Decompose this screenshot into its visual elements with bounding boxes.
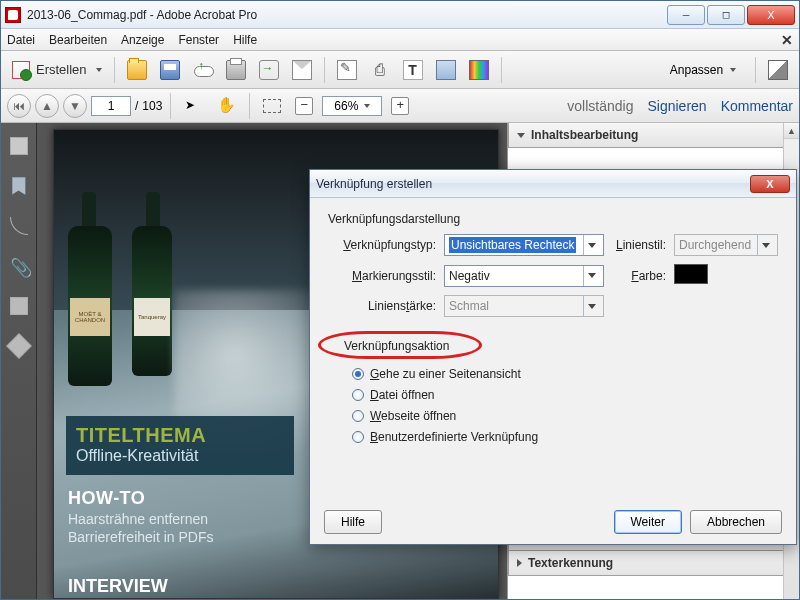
print-button[interactable] [221,56,251,84]
chevron-down-icon [96,68,102,72]
marquee-zoom-button[interactable] [258,92,286,120]
howto-heading: HOW-TO [68,488,214,509]
menu-edit[interactable]: Bearbeiten [49,33,107,47]
chevron-down-icon [583,296,599,316]
customize-button[interactable]: Anpassen [658,56,748,84]
image-icon [436,60,456,80]
fullpage-link[interactable]: vollständig [567,98,633,114]
howto-line: Haarsträhne entfernen [68,511,214,527]
menu-file[interactable]: Datei [7,33,35,47]
fullscreen-button[interactable] [763,56,793,84]
acrobat-icon [5,7,21,23]
line-style-label: Linienstil: [612,238,666,252]
chevron-down-icon [364,104,370,108]
toolbar-nav: ⏮ ▲ ▼ / 103 ➤ ✋ − 66% + vollständig Sign… [1,89,799,123]
highlight-style-label: Markierungsstil: [332,269,436,283]
text-tool-button[interactable]: T [398,56,428,84]
next-page-button[interactable]: ▼ [63,94,87,118]
hand-icon: ✋ [216,96,236,116]
chevron-down-icon [757,235,773,255]
zoom-field[interactable]: 66% [322,96,382,116]
next-button[interactable]: Weiter [614,510,682,534]
marquee-icon [263,99,281,113]
line-thickness-select: Schmal [444,295,604,317]
color-swatch[interactable] [674,264,708,284]
edit-text-button[interactable] [332,56,362,84]
color-button[interactable] [464,56,494,84]
mail-icon [292,60,312,80]
window-close-button[interactable]: X [747,5,795,25]
link-type-select[interactable]: Unsichtbares Rechteck [444,234,604,256]
share-icon [259,60,279,80]
export-button[interactable]: ⎙ [365,56,395,84]
share-button[interactable] [254,56,284,84]
prev-page-button[interactable]: ▲ [35,94,59,118]
chevron-down-icon [517,133,525,138]
layers-icon[interactable] [10,297,28,315]
create-pdf-icon [12,61,30,79]
highlight-ellipse-icon [318,331,482,359]
option-goto-page[interactable]: Gehe zu einer Seitenansicht [352,367,780,381]
titelthema-sub: Offline-Kreativität [76,447,284,465]
bookmark-icon[interactable] [12,177,26,195]
option-open-web[interactable]: Webseite öffnen [352,409,780,423]
email-button[interactable] [287,56,317,84]
save-button[interactable] [155,56,185,84]
open-button[interactable] [122,56,152,84]
zoom-out-button[interactable]: − [290,92,318,120]
minus-icon: − [295,97,313,115]
dialog-close-button[interactable]: X [750,175,790,193]
tags-icon[interactable] [6,333,31,358]
pages-icon[interactable] [10,137,28,155]
chevron-right-icon [517,559,522,567]
panel-header-ocr[interactable]: Texterkennung [508,550,799,576]
cancel-button[interactable]: Abbrechen [690,510,782,534]
option-custom-link[interactable]: Benutzerdefinierte Verknüpfung [352,430,780,444]
chevron-down-icon [730,68,736,72]
comment-link[interactable]: Kommentar [721,98,793,114]
radio-icon [352,431,364,443]
signature-icon[interactable] [10,217,28,235]
titelthema-box: TITELTHEMA Offline-Kreativität [66,416,294,475]
hand-tool-button[interactable]: ✋ [211,92,241,120]
fullscreen-icon [768,60,788,80]
minimize-button[interactable]: — [667,5,705,25]
create-button[interactable]: Erstellen [7,56,107,84]
cloud-upload-icon [193,60,213,80]
cloud-button[interactable] [188,56,218,84]
titelthema-heading: TITELTHEMA [76,424,284,447]
line-thickness-label: Linienstärke: [332,299,436,313]
titlebar[interactable]: 2013-06_Commag.pdf - Adobe Acrobat Pro —… [1,1,799,29]
page-number-input[interactable] [91,96,131,116]
bottle-label: Tanqueray [134,298,170,336]
panel-header-content-editing[interactable]: Inhaltsbearbeitung [508,123,799,148]
create-label: Erstellen [36,62,87,77]
page-image-bottles: MOËT & CHANDON Tanqueray [68,226,172,386]
line-style-select: Durchgehend [674,234,778,256]
select-tool-button[interactable]: ➤ [179,92,207,120]
menu-window[interactable]: Fenster [178,33,219,47]
menu-view[interactable]: Anzeige [121,33,164,47]
option-open-file[interactable]: Datei öffnen [352,388,780,402]
interview-heading: INTERVIEW [68,576,168,597]
scroll-up-icon[interactable]: ▲ [784,123,799,139]
sign-link[interactable]: Signieren [647,98,706,114]
document-close-icon[interactable]: ✕ [781,32,793,48]
bottle-label: MOËT & CHANDON [70,298,110,336]
link-action-section-label: Verknüpfungsaktion [336,337,457,355]
left-rail: 📎 [1,123,37,599]
export-icon: ⎙ [370,60,390,80]
first-page-button[interactable]: ⏮ [7,94,31,118]
attachment-icon[interactable]: 📎 [10,257,28,275]
menu-help[interactable]: Hilfe [233,33,257,47]
highlight-style-select[interactable]: Negativ [444,265,604,287]
help-button[interactable]: Hilfe [324,510,382,534]
window-title: 2013-06_Commag.pdf - Adobe Acrobat Pro [27,8,667,22]
dialog-button-bar: Hilfe Weiter Abbrechen [310,500,796,544]
howto-block: HOW-TO Haarsträhne entfernen Barrierefre… [68,488,214,545]
dialog-titlebar[interactable]: Verknüpfung erstellen X [310,170,796,198]
image-tool-button[interactable] [431,56,461,84]
maximize-button[interactable]: □ [707,5,745,25]
zoom-in-button[interactable]: + [386,92,414,120]
radio-icon [352,368,364,380]
